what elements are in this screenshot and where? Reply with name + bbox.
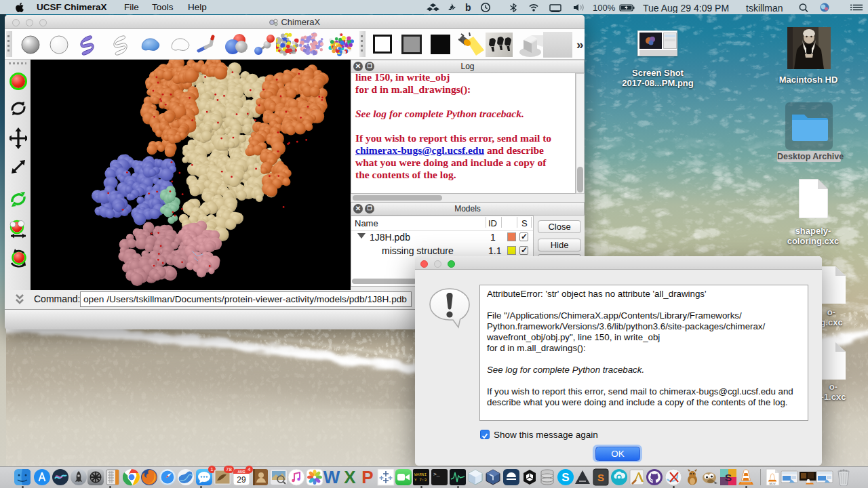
svg-text:W: W (323, 468, 340, 486)
svg-text:Tue Aug 29 4:09 PM: Tue Aug 29 4:09 PM (643, 3, 729, 14)
svg-text:AUG: AUG (237, 470, 245, 474)
svg-text:Y 7:3: Y 7:3 (414, 478, 427, 483)
svg-text:S: S (597, 472, 604, 483)
svg-text:X: X (344, 468, 356, 486)
svg-text:MOV: MOV (769, 482, 775, 485)
svg-text:b: b (465, 2, 471, 13)
svg-text:S: S (725, 472, 732, 483)
svg-text:S: S (561, 471, 569, 484)
svg-text:tskillman: tskillman (746, 3, 783, 14)
svg-text:>_: >_ (433, 471, 440, 477)
svg-text:P: P (361, 468, 373, 486)
svg-text:29: 29 (237, 475, 246, 485)
svg-text:100%: 100% (593, 3, 616, 13)
svg-text:WARNI: WARNI (414, 472, 427, 477)
